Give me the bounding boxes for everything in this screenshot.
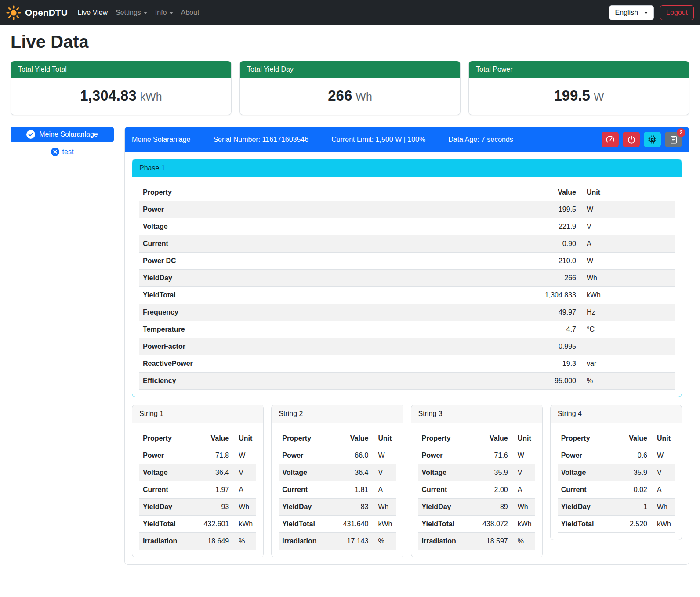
value-cell: 36.4 — [198, 464, 232, 481]
string-1-card: String 1 Property Value Unit — [132, 405, 264, 557]
column-header-property: Property — [279, 430, 337, 447]
card-unit: W — [594, 90, 604, 103]
table-row: Voltage36.4V — [139, 464, 256, 481]
property-cell: Power — [418, 447, 477, 464]
unit-cell: % — [511, 533, 535, 550]
string-body: Property Value Unit Power71.8WVoltage36.… — [132, 423, 263, 557]
property-cell: Power — [558, 447, 617, 464]
table-header-row: Property Value Unit — [418, 430, 535, 447]
unit-cell: W — [232, 447, 256, 464]
inverter-actions: 2 — [602, 132, 682, 147]
value-cell: 1.81 — [338, 481, 372, 499]
column-header-value: Value — [617, 430, 651, 447]
unit-cell: W — [372, 447, 396, 464]
property-cell: Irradiation — [279, 533, 337, 550]
property-cell: Efficiency — [139, 373, 518, 390]
navbar: OpenDTU Live View Settings Info About En… — [0, 0, 700, 25]
unit-cell: % — [372, 533, 396, 550]
value-cell: 71.6 — [477, 447, 511, 464]
column-header-property: Property — [418, 430, 477, 447]
unit-cell: Hz — [580, 304, 675, 321]
property-cell: Irradiation — [139, 533, 198, 550]
value-cell: 2.520 — [617, 516, 651, 533]
table-row: ReactivePower19.3var — [139, 355, 675, 373]
card-unit: Wh — [355, 90, 372, 103]
nav-links: Live View Settings Info About — [74, 5, 203, 20]
table-row: Power71.8W — [139, 447, 256, 464]
device-info-button[interactable] — [644, 132, 661, 147]
table-row: Current2.00A — [418, 481, 535, 499]
nav-item-info[interactable]: Info — [151, 5, 177, 20]
inverter-name: Meine Solaranlage — [132, 136, 190, 144]
property-cell: Current — [139, 235, 518, 253]
string-table: Property Value Unit Power66.0WVoltage36.… — [279, 430, 395, 550]
phase-card: Phase 1 Property Value Unit Power199.5WV… — [132, 159, 682, 397]
power-icon — [627, 135, 636, 144]
navbar-right: English Logout — [609, 5, 694, 20]
property-cell: Temperature — [139, 321, 518, 338]
summary-cards: Total Yield Total 1,304.83kWh Total Yiel… — [11, 61, 689, 115]
column-header-property: Property — [139, 430, 198, 447]
table-row: Voltage36.4V — [279, 464, 395, 481]
value-cell: 431.640 — [338, 516, 372, 533]
property-cell: YieldDay — [279, 499, 337, 516]
unit-cell: Wh — [651, 499, 675, 516]
table-row: Current0.02A — [558, 481, 675, 499]
language-select[interactable]: English — [609, 5, 654, 20]
brand[interactable]: OpenDTU — [6, 5, 68, 20]
column-header-value: Value — [338, 430, 372, 447]
table-row: YieldDay93Wh — [139, 499, 256, 516]
property-cell: YieldDay — [139, 270, 518, 287]
inverter-selector: Meine Solaranlage test — [11, 127, 114, 156]
inverter-select-button-test[interactable]: test — [11, 148, 114, 156]
table-row: YieldDay266Wh — [139, 270, 675, 287]
column-header-unit: Unit — [580, 184, 675, 201]
unit-cell: kWh — [580, 287, 675, 304]
total-power-card: Total Power 199.5W — [468, 61, 689, 115]
card-value: 1,304.83 — [80, 87, 136, 104]
card-body: 1,304.83kWh — [11, 78, 231, 115]
table-row: Current0.90A — [139, 235, 675, 253]
card-title: Total Power — [469, 61, 689, 78]
value-cell: 71.8 — [198, 447, 232, 464]
property-cell: YieldDay — [139, 499, 198, 516]
sun-logo-icon — [6, 5, 21, 20]
table-row: Voltage35.9V — [558, 464, 675, 481]
page-title: Live Data — [11, 32, 689, 52]
nav-item-label: Settings — [116, 9, 141, 17]
limit-settings-button[interactable] — [602, 132, 619, 147]
card-unit: kWh — [140, 90, 162, 103]
table-header-row: Property Value Unit — [139, 430, 256, 447]
string-title: String 4 — [551, 405, 682, 423]
value-cell: 438.072 — [477, 516, 511, 533]
value-cell: 2.00 — [477, 481, 511, 499]
table-row: Power66.0W — [279, 447, 395, 464]
value-cell: 0.90 — [518, 235, 580, 253]
value-cell: 0.995 — [518, 338, 580, 355]
value-cell: 95.000 — [518, 373, 580, 390]
nav-item-label: About — [181, 9, 199, 17]
logout-button[interactable]: Logout — [660, 5, 694, 20]
event-count-badge: 2 — [677, 128, 685, 137]
property-cell: YieldTotal — [418, 516, 477, 533]
nav-item-about[interactable]: About — [177, 5, 203, 20]
string-table: Property Value Unit Power71.6WVoltage35.… — [418, 430, 535, 550]
page-container: Live Data Total Yield Total 1,304.83kWh … — [0, 32, 700, 575]
phase-table: Property Value Unit Power199.5WVoltage22… — [139, 184, 675, 390]
property-cell: Current — [279, 481, 337, 499]
property-cell: YieldTotal — [139, 516, 198, 533]
table-row: YieldTotal431.640kWh — [279, 516, 395, 533]
value-cell: 0.02 — [617, 481, 651, 499]
value-cell: 49.97 — [518, 304, 580, 321]
power-button[interactable] — [623, 132, 640, 147]
string-4-card: String 4 Property Value Unit — [550, 405, 682, 540]
chevron-down-icon — [144, 12, 147, 14]
property-cell: ReactivePower — [139, 355, 518, 373]
nav-item-settings[interactable]: Settings — [112, 5, 151, 20]
nav-item-live-view[interactable]: Live View — [74, 5, 112, 20]
inverter-select-button-active[interactable]: Meine Solaranlage — [11, 127, 114, 142]
table-row: Power199.5W — [139, 201, 675, 218]
table-row: YieldDay1Wh — [558, 499, 675, 516]
event-log-button[interactable]: 2 — [665, 132, 682, 147]
table-row: Voltage35.9V — [418, 464, 535, 481]
